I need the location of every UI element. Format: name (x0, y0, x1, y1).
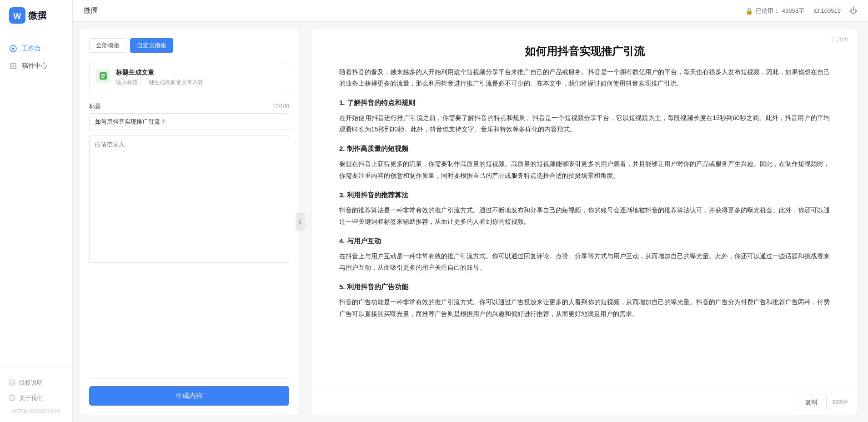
article-title: 如何用抖音实现推广引流 (339, 44, 830, 59)
article-paragraph: 抖音的推荐算法是一种非常有效的推广引流方式。通过不断地发布和分享自己的短视频，你… (339, 205, 830, 227)
header: 微撰 🔒 已使用： 43953字 ID:100519 ⏻ (73, 0, 868, 22)
article-header: 如何用抖音实现推广引流 (312, 29, 857, 66)
title-field-label: 标题 12/100 (89, 102, 289, 111)
usage-value: 43953字 (782, 7, 804, 15)
header-title: 微撰 (84, 6, 97, 15)
section-heading: 1. 了解抖音的特点和规则 (339, 96, 830, 109)
article-paragraph: 在开始使用抖音进行推广引流之前，你需要了解抖音的特点和规则。抖音是一个短视频分享… (339, 112, 830, 135)
template-tabs: 全部模板 自定义模板 (89, 38, 289, 53)
about-icon: i (9, 395, 15, 402)
content-area: 全部模板 自定义模板 标题生成文章 输入标题，一键生成高质量文章内容 (73, 22, 868, 422)
article-paragraph: 在抖音上与用户互动是一种非常有效的推广引流方式。你可以通过回复评论、点赞、分享等… (339, 251, 830, 273)
section-heading: 2. 制作高质量的短视频 (339, 142, 830, 155)
panel-divider (89, 378, 289, 379)
article-paragraph: 要想在抖音上获得更多的流量，你需要制作高质量的短视频。高质量的短视频能够吸引更多… (339, 158, 830, 181)
copy-button[interactable]: 复制 (796, 395, 827, 410)
svg-text:i: i (12, 396, 13, 401)
svg-point-3 (12, 48, 15, 50)
page-indicator: 11/109 (831, 36, 848, 43)
sidebar-footer: © 版权说明 i 关于我们 ©ICP备2022016946号 (0, 367, 72, 422)
word-count: 693字 (832, 398, 848, 407)
svg-text:©: © (11, 381, 14, 385)
template-card-title: 标题生成文章 (116, 69, 282, 77)
sidebar: W 微撰 工作台 稿件中心 (0, 0, 73, 422)
form-section: 标题 12/100 (89, 102, 289, 371)
article-paragraph: 抖音的广告功能是一种非常有效的推广引流方式。你可以通过广告投放来让更多的人看到你… (339, 296, 830, 319)
left-panel-bottom: 生成内容 (89, 371, 289, 406)
content-textarea[interactable] (89, 136, 289, 263)
template-card[interactable]: 标题生成文章 输入标题，一键生成高质量文章内容 (89, 62, 289, 93)
right-panel-footer: 复制 693字 (312, 390, 857, 415)
header-right: 🔒 已使用： 43953字 ID:100519 ⏻ (745, 7, 857, 15)
section-heading: 5. 利用抖音的广告功能 (339, 281, 830, 293)
logo-area: W 微撰 (0, 0, 72, 31)
svg-rect-4 (10, 63, 16, 69)
title-input[interactable] (89, 113, 289, 130)
sidebar-item-about[interactable]: i 关于我们 (0, 391, 72, 406)
collapse-arrow[interactable] (296, 213, 305, 231)
header-id: ID:100519 (813, 7, 841, 14)
template-card-desc: 输入标题，一键生成高质量文章内容 (116, 79, 282, 86)
power-icon[interactable]: ⏻ (850, 7, 857, 15)
tab-custom-templates[interactable]: 自定义模板 (130, 38, 173, 53)
generate-button[interactable]: 生成内容 (89, 386, 289, 406)
drafts-icon (9, 62, 17, 70)
sidebar-item-workbench[interactable]: 工作台 (0, 40, 72, 57)
main-area: 微撰 🔒 已使用： 43953字 ID:100519 ⏻ 全部模板 自定义模板 (73, 0, 868, 422)
sidebar-item-workbench-label: 工作台 (22, 45, 41, 53)
article-content: 随着抖音的普及，越来越多的人开始利用这个短视频分享平台来推广自己的产品或服务。抖… (312, 66, 857, 415)
header-usage: 🔒 已使用： 43953字 (745, 7, 804, 15)
copyright-label: 版权说明 (19, 379, 43, 387)
section-heading: 3. 利用抖音的推荐算法 (339, 189, 830, 201)
sidebar-item-drafts[interactable]: 稿件中心 (0, 57, 72, 75)
sidebar-nav: 工作台 稿件中心 (0, 31, 72, 367)
tab-all-templates[interactable]: 全部模板 (89, 38, 126, 53)
about-label: 关于我们 (19, 394, 43, 402)
sidebar-item-drafts-label: 稿件中心 (22, 62, 47, 70)
section-heading: 4. 与用户互动 (339, 235, 830, 247)
usage-icon: 🔒 (745, 7, 753, 15)
workbench-icon (9, 45, 17, 53)
template-card-info: 标题生成文章 输入标题，一键生成高质量文章内容 (116, 69, 282, 86)
left-panel: 全部模板 自定义模板 标题生成文章 输入标题，一键生成高质量文章内容 (80, 29, 298, 415)
right-panel: 11/109 如何用抖音实现推广引流 随着抖音的普及，越来越多的人开始利用这个短… (312, 29, 857, 415)
usage-prefix: 已使用： (756, 7, 779, 15)
copyright-icon: © (9, 379, 15, 387)
title-char-count: 12/100 (272, 103, 289, 110)
sidebar-item-copyright[interactable]: © 版权说明 (0, 375, 72, 391)
logo-icon: W (9, 7, 25, 24)
template-card-icon (96, 69, 110, 83)
logo-text: 微撰 (28, 10, 46, 22)
article-paragraph: 随着抖音的普及，越来越多的人开始利用这个短视频分享平台来推广自己的产品或服务。抖… (339, 66, 830, 89)
icp-text: ©ICP备2022016946号 (0, 406, 72, 418)
svg-text:W: W (14, 12, 21, 21)
